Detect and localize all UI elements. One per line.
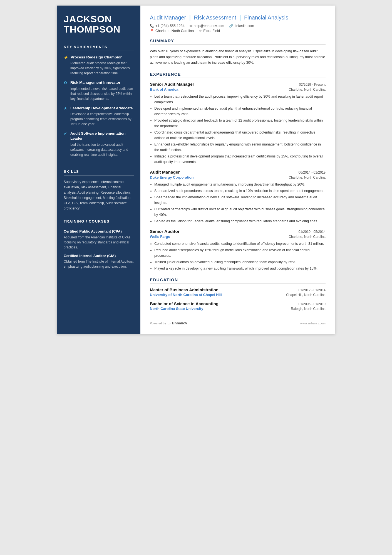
bullet-item: Served as the liaison for Federal audits… [154, 218, 326, 224]
achievement-item: ✔ Audit Software Implementation Leader L… [64, 131, 134, 157]
summary-title: SUMMARY [150, 38, 326, 45]
bullet-item: Led a team that restructured the audit p… [154, 94, 326, 105]
edu-degree: Bachelor of Science in Accounting [150, 301, 219, 306]
education-section: EDUCATION Master of Business Administrat… [150, 277, 326, 311]
skills-title: SKILLS [64, 169, 134, 176]
footer-left: Powered by ∞ Enhancv [150, 321, 187, 325]
resume-container: JACKSON THOMPSON KEY ACHIEVEMENTS ⚡ Proc… [57, 6, 335, 334]
bullet-item: Reduced audit discrepancies by 15% throu… [154, 247, 326, 258]
bullet-item: Provided strategic direction and feedbac… [154, 118, 326, 129]
edu-location: Raleigh, North Carolina [291, 307, 326, 311]
edu-header: Master of Business Administration 01/201… [150, 287, 326, 292]
job-title: Senior Audit Manager [150, 82, 194, 87]
phone-item: 📞 +1-(234)-555-1234 [150, 24, 185, 28]
separator-2: | [239, 14, 241, 21]
bullet-item: Managed multiple audit engagements simul… [154, 182, 326, 187]
edu-dates: 01/2012 - 01/2014 [299, 288, 326, 292]
name-block: JACKSON THOMPSON [64, 14, 134, 35]
achievement-desc: Pioneered audit process redesign that im… [64, 61, 134, 76]
email-icon: ✉ [190, 24, 192, 28]
brand-name: Enhancv [172, 321, 187, 325]
job-title: Audit Manager [150, 170, 180, 175]
job-dates: 02/2019 - Present [299, 83, 326, 87]
bullet-item: Conducted comprehensive financial audits… [154, 241, 326, 246]
header-title: Audit Manager | Risk Assessment | Financ… [150, 14, 326, 21]
edu-school: North Carolina State University [150, 307, 203, 311]
main-content: Audit Manager | Risk Assessment | Financ… [140, 6, 335, 334]
edu-school-row: North Carolina State University Raleigh,… [150, 307, 326, 311]
training-item-title: Certified Internal Auditor (CIA) [64, 254, 134, 258]
training-item: Certified Internal Auditor (CIA) Obtaine… [64, 254, 134, 269]
summary-section: SUMMARY With over 10 years of experience… [150, 38, 326, 66]
email-text: help@enhancv.com [194, 24, 224, 28]
bullet-item: Trained junior auditors on advanced audi… [154, 259, 326, 265]
resume-header: Audit Manager | Risk Assessment | Financ… [150, 14, 326, 33]
star-icon: ★ [64, 106, 68, 110]
extra-text: Extra Field [203, 29, 220, 33]
bullet-item: Cultivated partnerships with district un… [154, 206, 326, 218]
linkedin-text: linkedin.com [235, 24, 254, 28]
job-title: Senior Auditor [150, 229, 180, 234]
email-item: ✉ help@enhancv.com [190, 24, 224, 28]
job-header: Audit Manager 06/2014 - 01/2019 [150, 170, 326, 175]
bullet-item: Developed and implemented a risk-based a… [154, 106, 326, 117]
footer-website: www.enhancv.com [300, 322, 326, 325]
job-dates: 06/2014 - 01/2019 [299, 171, 326, 174]
achievement-item: ⚡ Process Redesign Champion Pioneered au… [64, 55, 134, 76]
bullet-item: Played a key role in developing a new au… [154, 266, 326, 271]
extra-item: ☆ Extra Field [199, 29, 220, 33]
skills-section: SKILLS Supervisory experience, Internal … [64, 169, 134, 211]
location-row: 📍 Charlotte, North Carolina ☆ Extra Fiel… [150, 29, 326, 33]
location-item: 📍 Charlotte, North Carolina [150, 29, 194, 33]
achievement-title: Leadership Development Advocate [70, 106, 133, 111]
checkmark-icon: ✔ [64, 131, 68, 136]
job-item: Senior Audit Manager 02/2019 - Present B… [150, 82, 326, 165]
summary-text: With over 10 years of experience in audi… [150, 48, 326, 66]
job-bullets: Conducted comprehensive financial audits… [150, 241, 326, 271]
achievement-item: ♻ Risk Management Innovator Implemented … [64, 80, 134, 101]
edu-header: Bachelor of Science in Accounting 01/200… [150, 301, 326, 306]
recycle-icon: ♻ [64, 80, 68, 85]
star-outline-icon: ☆ [199, 29, 202, 33]
job-company: Bank of America [150, 87, 178, 92]
achievement-title: Risk Management Innovator [70, 80, 120, 85]
edu-item: Bachelor of Science in Accounting 01/200… [150, 301, 326, 311]
location-text: Charlotte, North Carolina [155, 29, 194, 33]
job-header: Senior Audit Manager 02/2019 - Present [150, 82, 326, 87]
achievement-header: ⚡ Process Redesign Champion [64, 55, 134, 60]
training-item-title: Certified Public Accountant (CPA) [64, 229, 134, 234]
training-title: TRAINING / COURSES [64, 219, 134, 225]
achievement-desc: Developed a comprehensive leadership pro… [64, 112, 134, 127]
job-title-1: Audit Manager [150, 14, 186, 21]
achievement-desc: Implemented a novel risk-based audit pla… [64, 86, 134, 101]
job-location: Charlotte, North Carolina [289, 176, 326, 179]
training-item-desc: Acquired from the American Institute of … [64, 235, 134, 250]
achievement-desc: Led the transition to advanced audit sof… [64, 142, 134, 157]
job-company: Duke Energy Corporation [150, 175, 193, 179]
job-bullets: Led a team that restructured the audit p… [150, 94, 326, 165]
job-company: Wells Fargo [150, 235, 170, 239]
job-company-row: Bank of America Charlotte, North Carolin… [150, 87, 326, 92]
bullet-item: Initiated a professional development pro… [154, 154, 326, 165]
experience-title: EXPERIENCE [150, 72, 326, 78]
job-item: Senior Auditor 01/2010 - 05/2014 Wells F… [150, 229, 326, 271]
job-item: Audit Manager 06/2014 - 01/2019 Duke Ene… [150, 170, 326, 224]
achievement-header: ✔ Audit Software Implementation Leader [64, 131, 134, 141]
phone-text: +1-(234)-555-1234 [155, 24, 185, 28]
job-title-2: Risk Assessment [194, 14, 236, 21]
bullet-item: Coordinated cross-departmental audit eng… [154, 130, 326, 141]
bullet-item: Spearheaded the implementation of new au… [154, 194, 326, 206]
job-title-3: Financial Analysis [244, 14, 288, 21]
job-location: Charlotte, North Carolina [289, 88, 326, 92]
job-header: Senior Auditor 01/2010 - 05/2014 [150, 229, 326, 234]
contact-row: 📞 +1-(234)-555-1234 ✉ help@enhancv.com 🔗… [150, 24, 326, 28]
skills-text: Supervisory experience, Internal control… [64, 179, 134, 211]
education-title: EDUCATION [150, 277, 326, 283]
sidebar: JACKSON THOMPSON KEY ACHIEVEMENTS ⚡ Proc… [57, 6, 140, 334]
job-dates: 01/2010 - 05/2014 [299, 230, 326, 234]
edu-school-row: University of North Carolina at Chapel H… [150, 293, 326, 297]
powered-by-text: Powered by [150, 322, 166, 325]
linkedin-icon: 🔗 [229, 24, 233, 28]
achievement-title: Process Redesign Champion [71, 55, 123, 60]
job-location: Charlotte, North Carolina [289, 235, 326, 239]
